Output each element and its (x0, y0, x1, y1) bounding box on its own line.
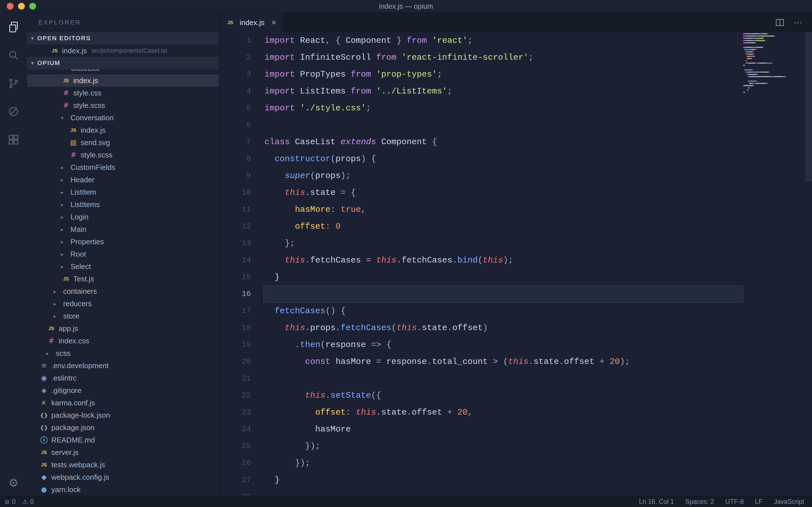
code-line-8[interactable]: 8 constructor(props) { (219, 151, 812, 167)
code-line-28[interactable]: 28 (219, 489, 812, 496)
code-line-24[interactable]: 24 hasMore (219, 421, 812, 438)
tree-folder-root[interactable]: ▸Root (27, 248, 219, 260)
problems-indicator[interactable]: ⊘ 0 ⚠ 0 (4, 498, 38, 506)
tree-file-yarn-lock[interactable]: ●yarn.lock (27, 483, 219, 496)
code-line-10[interactable]: 10 this.state = { (219, 184, 812, 201)
more-actions-icon[interactable]: ⋯ (794, 17, 803, 28)
activity-bar-item-explorer[interactable] (0, 13, 27, 41)
code-line-21[interactable]: 21 (219, 370, 812, 387)
open-editors-header[interactable]: ▾ OPEN EDITORS (27, 32, 219, 45)
tree-file-readme-md[interactable]: iREADME.md (27, 434, 219, 446)
chevron-right-icon[interactable]: ▸ (46, 350, 54, 356)
open-editor-item[interactable]: JSindex.jssrc/js/components/CaseList (27, 45, 219, 57)
code-line-1[interactable]: 1import React, { Component } from 'react… (219, 32, 812, 49)
code-line-23[interactable]: 23 offset: this.state.offset + 20, (219, 404, 812, 421)
code-line-5[interactable]: 5import './style.css'; (219, 100, 812, 117)
tree-folder-listitem[interactable]: ▸ListItem (27, 186, 219, 198)
chevron-right-icon[interactable]: ▸ (61, 264, 68, 270)
tree-folder-customfields[interactable]: ▸CustomFields (27, 161, 219, 173)
code-line-12[interactable]: 12 offset: 0 (219, 218, 812, 235)
tree-file-webpack-config-js[interactable]: ◆webpack.config.js (27, 471, 219, 483)
tree-folder-scss[interactable]: ▸scss (27, 347, 219, 359)
split-editor-icon[interactable] (775, 18, 784, 27)
tree-folder-properties[interactable]: ▸Properties (27, 235, 219, 248)
close-window-button[interactable] (7, 3, 13, 10)
code-line-13[interactable]: 13 }; (219, 235, 812, 252)
tree-folder-main[interactable]: ▸Main (27, 223, 219, 235)
tree-folder-select[interactable]: ▸Select (27, 260, 219, 273)
tree-file-package-json[interactable]: {}package.json (27, 421, 219, 434)
code-line-3[interactable]: 3import PropTypes from 'prop-types'; (219, 66, 812, 83)
tree-file-test-js[interactable]: JSTest.js (27, 273, 219, 285)
chevron-right-icon[interactable]: ▸ (61, 214, 68, 220)
tree-file-karma-conf-js[interactable]: Kkarma.conf.js (27, 397, 219, 409)
tree-file-package-lock-json[interactable]: {}package-lock.json (27, 409, 219, 421)
tree-file-style-css[interactable]: #style.css (27, 87, 219, 99)
tree-file-index-js[interactable]: JSindex.js (27, 74, 219, 87)
code-line-22[interactable]: 22 this.setState({ (219, 387, 812, 404)
tab-index-js[interactable]: JS index.js × (219, 13, 284, 32)
chevron-down-icon[interactable]: ▾ (61, 69, 68, 71)
code-line-17[interactable]: 17 fetchCases() { (219, 302, 812, 320)
tree-folder-store[interactable]: ▸store (27, 310, 219, 322)
chevron-right-icon[interactable]: ▸ (54, 313, 61, 319)
code-line-14[interactable]: 14 this.fetchCases = this.fetchCases.bin… (219, 252, 812, 269)
code-line-4[interactable]: 4import ListItems from '../ListItems'; (219, 83, 812, 100)
tree-file--gitignore[interactable]: ◈.gitignore (27, 384, 219, 397)
tree-folder-conversation[interactable]: ▾Conversation (27, 112, 219, 124)
cursor-position[interactable]: Ln 16, Col 1 (639, 498, 674, 506)
chevron-down-icon[interactable]: ▾ (61, 115, 68, 121)
code-line-18[interactable]: 18 this.props.fetchCases(this.state.offs… (219, 320, 812, 336)
chevron-right-icon[interactable]: ▸ (61, 189, 68, 195)
close-tab-icon[interactable]: × (271, 18, 276, 27)
editor-scrollbar[interactable] (805, 32, 812, 181)
chevron-right-icon[interactable]: ▸ (61, 177, 68, 183)
settings-button[interactable]: ⚙ (8, 470, 18, 496)
chevron-right-icon[interactable]: ▸ (54, 301, 61, 307)
activity-bar-item-extensions[interactable] (0, 126, 27, 154)
chevron-right-icon[interactable]: ▸ (61, 226, 68, 232)
code-line-6[interactable]: 6 (219, 117, 812, 133)
code-line-9[interactable]: 9 super(props); (219, 167, 812, 184)
tree-file--eslintrc[interactable]: ◉.eslintrc (27, 372, 219, 384)
tree-folder-containers[interactable]: ▸containers (27, 285, 219, 297)
zoom-window-button[interactable] (29, 3, 36, 10)
tree-folder-caselist[interactable]: ▾CaseList (27, 69, 219, 74)
code-line-27[interactable]: 27 } (219, 471, 812, 489)
code-line-2[interactable]: 2import InfiniteScroll from 'react-infin… (219, 49, 812, 66)
tree-file-style-scss[interactable]: #style.scss (27, 99, 219, 112)
tree-file-style-scss[interactable]: #style.scss (27, 149, 219, 161)
tree-file--env-development[interactable]: ≡.env.development (27, 359, 219, 372)
activity-bar-item-search[interactable] (0, 41, 27, 69)
tree-file-send-svg[interactable]: ▧send.svg (27, 136, 219, 149)
indentation[interactable]: Spaces: 2 (685, 498, 714, 506)
tree-file-app-js[interactable]: JSapp.js (27, 322, 219, 335)
chevron-right-icon[interactable]: ▸ (61, 239, 68, 245)
tree-folder-header[interactable]: ▸Header (27, 173, 219, 186)
tree-folder-listitems[interactable]: ▸ListItems (27, 198, 219, 211)
chevron-right-icon[interactable]: ▸ (61, 251, 68, 257)
language-mode[interactable]: JavaScript (774, 498, 804, 506)
code-line-26[interactable]: 26 }); (219, 455, 812, 471)
code-line-25[interactable]: 25 }); (219, 438, 812, 455)
tree-file-server-js[interactable]: JSserver.js (27, 446, 219, 459)
code-line-16[interactable]: 16 (219, 286, 812, 302)
chevron-right-icon[interactable]: ▸ (61, 202, 68, 208)
activity-bar-item-source-control[interactable] (0, 69, 27, 98)
code-line-20[interactable]: 20 const hasMore = response.total_count … (219, 353, 812, 370)
minimap[interactable] (742, 33, 805, 96)
activity-bar-item-debug[interactable] (0, 98, 27, 126)
encoding[interactable]: UTF-8 (725, 498, 744, 506)
minimize-window-button[interactable] (18, 3, 25, 10)
code-line-7[interactable]: 7class CaseList extends Component { (219, 133, 812, 151)
tree-folder-login[interactable]: ▸Login (27, 211, 219, 223)
code-line-11[interactable]: 11 hasMore: true, (219, 201, 812, 218)
chevron-right-icon[interactable]: ▸ (54, 288, 61, 294)
tree-file-tests-webpack-js[interactable]: JStests.webpack.js (27, 459, 219, 471)
code-line-15[interactable]: 15 } (219, 269, 812, 286)
code-editor[interactable]: 1import React, { Component } from 'react… (219, 32, 812, 496)
tree-folder-reducers[interactable]: ▸reducers (27, 297, 219, 310)
code-line-19[interactable]: 19 .then(response => { (219, 336, 812, 353)
tree-file-index-js[interactable]: JSindex.js (27, 124, 219, 136)
tree-file-index-css[interactable]: #index.css (27, 335, 219, 347)
